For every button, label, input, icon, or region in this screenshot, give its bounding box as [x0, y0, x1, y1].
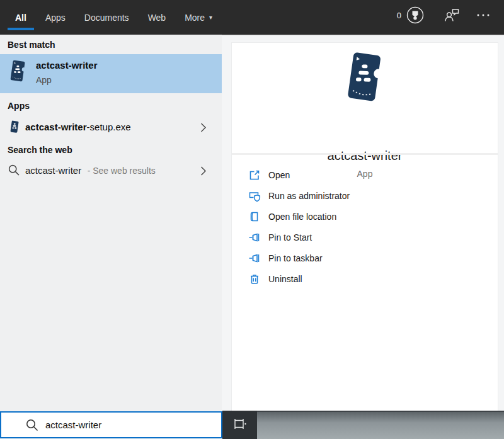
admin-shield-icon: [248, 190, 261, 202]
web-query: actcast-writer: [25, 165, 81, 176]
chevron-down-icon: ▾: [209, 14, 212, 21]
feedback-icon[interactable]: [444, 8, 460, 23]
action-open-file-location-label: Open file location: [268, 212, 336, 222]
search-input[interactable]: [45, 413, 215, 437]
tab-more[interactable]: More ▾: [185, 0, 212, 35]
tab-documents-label: Documents: [84, 13, 129, 23]
rewards-medal-icon[interactable]: [406, 6, 425, 25]
action-pin-to-start-label: Pin to Start: [268, 232, 312, 242]
task-view-button[interactable]: [222, 411, 257, 439]
chevron-right-icon[interactable]: [200, 166, 207, 179]
action-run-as-admin-label: Run as administrator: [268, 191, 350, 201]
apps-item-setup[interactable]: actcast-writer-setup.exe: [0, 115, 222, 140]
pin-icon: [248, 231, 261, 244]
search-icon: [8, 164, 20, 179]
best-match-title: actcast-writer: [36, 60, 98, 71]
header-actions: 0: [397, 0, 490, 30]
section-search-web: Search the web: [8, 145, 72, 155]
preview-app-name: actcast-writer: [232, 149, 498, 163]
tab-more-label: More: [185, 13, 205, 23]
section-best-match: Best match: [8, 40, 55, 50]
action-pin-to-taskbar-label: Pin to taskbar: [268, 253, 323, 263]
chevron-right-icon[interactable]: [200, 122, 207, 135]
tab-all[interactable]: All: [15, 0, 26, 35]
tab-documents[interactable]: Documents: [84, 0, 129, 35]
taskbar-window-preview[interactable]: [257, 411, 504, 439]
tab-apps[interactable]: Apps: [45, 0, 66, 35]
rewards-count: 0: [397, 11, 401, 20]
action-open-file-location[interactable]: Open file location: [232, 206, 498, 227]
app-card-icon-small: [9, 120, 20, 136]
search-icon: [25, 418, 39, 435]
best-match-item[interactable]: actcast-writer App: [0, 54, 222, 93]
action-uninstall-label: Uninstall: [268, 274, 302, 284]
action-run-as-admin[interactable]: Run as administrator: [232, 185, 498, 206]
action-pin-to-start[interactable]: Pin to Start: [232, 227, 498, 248]
search-window: All Apps Documents Web More ▾ 0: [0, 0, 504, 439]
app-card-icon: [9, 60, 26, 85]
divider: [232, 153, 498, 155]
tab-all-label: All: [15, 13, 26, 23]
tab-web-label: Web: [148, 13, 166, 23]
action-open[interactable]: Open: [232, 164, 498, 185]
apps-item-title-bold: actcast-writer: [25, 122, 87, 132]
best-match-type: App: [36, 75, 52, 85]
search-box[interactable]: [0, 411, 222, 438]
web-search-item[interactable]: actcast-writer - See web results: [0, 158, 222, 183]
action-pin-to-taskbar[interactable]: Pin to taskbar: [232, 248, 498, 268]
more-options-icon[interactable]: [476, 13, 490, 18]
preview-panel: actcast-writer App Open Run as ad: [232, 43, 498, 411]
task-view-icon: [232, 417, 248, 433]
trash-icon: [248, 273, 261, 285]
section-apps: Apps: [8, 101, 30, 111]
results-panel: Best match: [0, 35, 222, 411]
apps-item-title-rest: -setup.exe: [87, 122, 131, 132]
search-header: All Apps Documents Web More ▾ 0: [0, 0, 504, 35]
web-hint: - See web results: [88, 166, 156, 176]
file-location-icon: [248, 210, 261, 223]
tab-web[interactable]: Web: [148, 0, 166, 35]
action-uninstall[interactable]: Uninstall: [232, 268, 498, 289]
action-open-label: Open: [268, 170, 290, 180]
app-icon-large: [344, 52, 384, 106]
open-icon: [248, 169, 261, 181]
pin-icon: [248, 252, 261, 265]
tab-apps-label: Apps: [45, 13, 66, 23]
filter-tabs: All Apps Documents Web More ▾: [15, 0, 212, 35]
